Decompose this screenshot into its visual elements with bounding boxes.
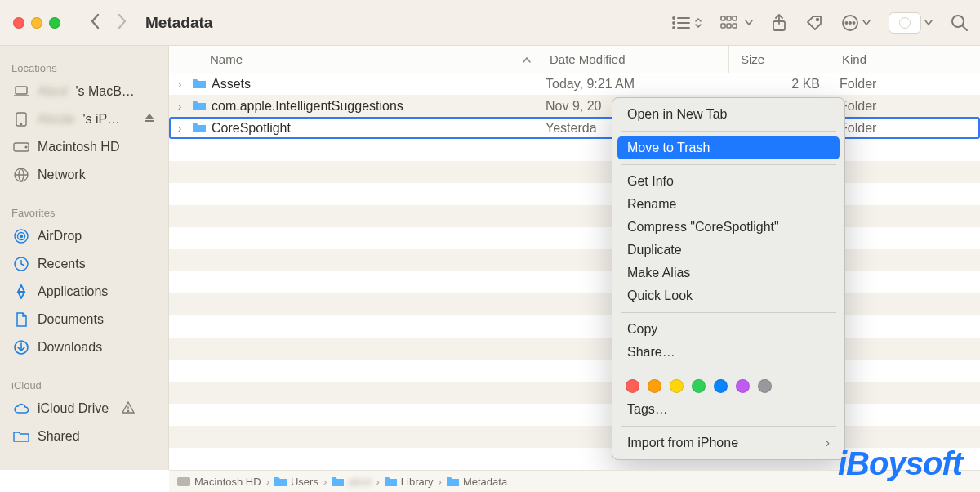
column-header-kind[interactable]: Kind [835, 46, 980, 73]
sidebar-section-icloud: iCloud [11, 379, 163, 391]
rows-container: › Assets Today, 9:21 AM 2 KB Folder › co… [169, 73, 980, 470]
svg-point-4 [673, 27, 675, 29]
ctx-rename[interactable]: Rename [617, 193, 840, 216]
ctx-make-alias[interactable]: Make Alias [617, 262, 840, 284]
ctx-copy[interactable]: Copy [617, 318, 840, 341]
airdrop-icon [13, 229, 29, 244]
svg-point-18 [952, 16, 964, 27]
tag-purple[interactable] [736, 379, 750, 393]
group-by-button[interactable] [720, 16, 753, 30]
sidebar-item-applications[interactable]: Applications [11, 280, 163, 304]
share-button[interactable] [771, 14, 787, 32]
svg-rect-7 [727, 16, 731, 20]
sidebar-item-label: Applications [38, 284, 108, 299]
ctx-share[interactable]: Share… [617, 341, 840, 364]
drive-icon [13, 142, 29, 152]
edit-tags-button[interactable] [805, 14, 823, 32]
sidebar-section-locations: Locations [11, 62, 163, 74]
close-window-button[interactable] [13, 17, 24, 29]
sidebar-item-label: Network [38, 168, 86, 182]
tag-orange[interactable] [648, 379, 662, 393]
sidebar-item-documents[interactable]: Documents [11, 307, 163, 332]
sidebar-item-label: AirDrop [38, 229, 82, 244]
eject-icon[interactable] [144, 112, 155, 127]
svg-point-13 [817, 18, 819, 20]
file-row[interactable]: › Assets Today, 9:21 AM 2 KB Folder [169, 73, 980, 95]
file-kind: Folder [833, 77, 980, 92]
svg-line-19 [963, 26, 967, 30]
svg-point-0 [673, 17, 675, 19]
disclosure-icon[interactable]: › [169, 100, 190, 113]
warning-icon [122, 401, 135, 417]
file-list: Name Date Modified Size Kind › Assets To… [169, 46, 980, 470]
sidebar-item-label: Downloads [38, 340, 102, 355]
back-button[interactable] [90, 12, 101, 34]
sidebar-item-airdrop[interactable]: AirDrop [11, 224, 163, 248]
ctx-get-info[interactable]: Get Info [617, 170, 840, 193]
column-header-size[interactable]: Size [728, 46, 835, 73]
redacted-text: abcd [348, 476, 371, 488]
forward-button[interactable] [116, 12, 127, 34]
svg-point-22 [20, 123, 21, 124]
tag-color-popup[interactable] [889, 12, 933, 34]
file-name: Assets [208, 77, 539, 92]
sidebar-item-ipad[interactable]: Abcde 's iP… [11, 107, 163, 132]
minimize-window-button[interactable] [31, 17, 42, 29]
ctx-open-new-tab[interactable]: Open in New Tab [617, 103, 840, 126]
tag-yellow[interactable] [670, 379, 684, 393]
laptop-icon [13, 86, 29, 97]
sidebar-item-label: Documents [38, 312, 104, 327]
apps-icon [13, 284, 29, 299]
path-segment[interactable]: Library [385, 476, 434, 488]
path-segment[interactable]: Users [274, 476, 318, 488]
download-icon [13, 340, 29, 355]
file-row-selected[interactable]: › CoreSpotlight Yesterda Folder [169, 117, 980, 139]
sidebar-item-label: Macintosh HD [38, 140, 119, 154]
sidebar-item-macintosh-hd[interactable]: Macintosh HD [11, 135, 163, 159]
file-date: Today, 9:21 AM [539, 77, 727, 92]
sidebar-item-macbook[interactable]: Abcd 's MacB… [11, 79, 163, 104]
ctx-move-to-trash[interactable]: Move to Trash [617, 136, 840, 159]
tag-red[interactable] [626, 379, 639, 393]
file-kind: Folder [833, 121, 980, 136]
ctx-import-iphone[interactable]: Import from iPhone › [617, 432, 840, 454]
svg-point-2 [673, 22, 675, 24]
ipad-icon [13, 112, 29, 127]
path-segment[interactable]: Metadata [447, 476, 507, 488]
tag-gray[interactable] [758, 379, 772, 393]
path-segment[interactable]: abcd [332, 476, 371, 488]
action-menu-button[interactable] [841, 14, 871, 32]
ctx-compress[interactable]: Compress "CoreSpotlight" [617, 216, 840, 239]
disclosure-icon[interactable]: › [169, 122, 190, 135]
view-as-list-button[interactable] [671, 16, 702, 30]
sidebar-item-downloads[interactable]: Downloads [11, 335, 163, 360]
ctx-duplicate[interactable]: Duplicate [617, 239, 840, 262]
tag-green[interactable] [692, 379, 706, 393]
column-header-date[interactable]: Date Modified [541, 46, 728, 73]
svg-rect-9 [721, 24, 725, 28]
sidebar-item-label: Recents [38, 257, 86, 271]
column-header-name[interactable]: Name [169, 52, 541, 66]
disclosure-icon[interactable]: › [169, 78, 190, 91]
doc-icon [13, 312, 29, 327]
svg-rect-20 [16, 87, 27, 94]
sidebar-item-recents[interactable]: Recents [11, 252, 163, 276]
svg-point-33 [127, 410, 128, 411]
path-segment[interactable]: Macintosh HD [177, 476, 261, 488]
sidebar-item-label: 's MacB… [75, 84, 134, 99]
globe-icon [13, 168, 29, 182]
sidebar-item-label: Shared [38, 429, 80, 444]
search-button[interactable] [951, 14, 969, 32]
cloud-icon [13, 403, 29, 414]
file-row[interactable]: › com.apple.IntelligentSuggestions Nov 9… [169, 95, 980, 117]
zoom-window-button[interactable] [49, 17, 60, 29]
sidebar-item-icloud-drive[interactable]: iCloud Drive [11, 396, 163, 421]
ctx-tags[interactable]: Tags… [617, 398, 840, 421]
svg-point-17 [853, 21, 854, 23]
tag-blue[interactable] [714, 379, 728, 393]
sidebar-item-network[interactable]: Network [11, 163, 163, 187]
sidebar-item-shared[interactable]: Shared [11, 424, 163, 449]
ctx-quick-look[interactable]: Quick Look [617, 284, 840, 307]
context-menu: Open in New Tab Move to Trash Get Info R… [612, 97, 845, 460]
redacted-text: Abcd [38, 84, 67, 99]
